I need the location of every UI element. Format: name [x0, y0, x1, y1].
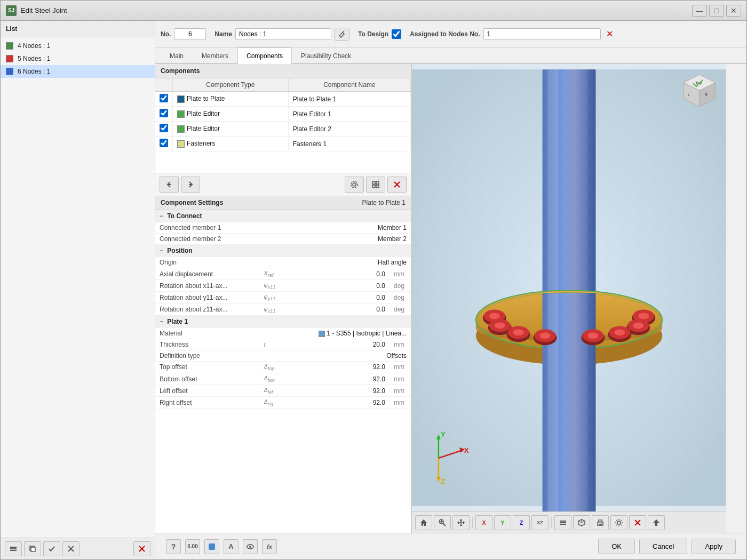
ok-button[interactable]: OK	[598, 539, 635, 554]
copy-item-button[interactable]	[24, 541, 41, 556]
comp-check-2[interactable]	[160, 109, 168, 117]
home-view-button[interactable]	[415, 515, 432, 530]
assigned-input[interactable]	[483, 28, 601, 40]
setting-sym: Δrig	[260, 397, 288, 409]
bottom-bar: ? 0.00 A fx OK Cancel Apply	[155, 533, 746, 559]
group-toggle-to-connect[interactable]: −	[160, 212, 163, 220]
tab-members[interactable]: Members	[193, 47, 237, 64]
svg-point-36	[638, 313, 649, 319]
setting-key: Rotation about x11-ax...	[155, 280, 260, 292]
assigned-field-group: Assigned to Nodes No. ✕	[410, 28, 613, 40]
settings-table: − To Connect Connected member 1 Member 1	[155, 210, 411, 409]
apply-button[interactable]: Apply	[692, 539, 736, 554]
zoom-to-selection-button[interactable]	[434, 515, 451, 530]
maximize-button[interactable]: □	[709, 5, 724, 17]
color-icon-button[interactable]	[204, 539, 219, 554]
close-view-button[interactable]	[629, 515, 646, 530]
assigned-label: Assigned to Nodes No.	[410, 30, 480, 38]
setting-key: Left offset	[155, 385, 260, 397]
y-axis-button[interactable]: Y	[494, 515, 511, 530]
setting-unit: deg	[390, 292, 411, 303]
tab-plausibility[interactable]: Plausibility Check	[292, 47, 360, 64]
visibility-button[interactable]	[243, 539, 258, 554]
comp-move-right-button[interactable]	[181, 177, 200, 193]
setting-val: 1 - S355 | Isotropic | Linea...	[287, 327, 411, 339]
help-icon-button[interactable]: ?	[166, 539, 181, 554]
comp-check-4[interactable]	[160, 139, 168, 147]
svg-point-13	[351, 181, 357, 188]
tab-main[interactable]: Main	[161, 47, 193, 64]
to-design-checkbox[interactable]	[392, 29, 401, 39]
print-button[interactable]	[592, 515, 609, 530]
no-input[interactable]	[174, 28, 206, 40]
cube-mode-button[interactable]	[573, 515, 590, 530]
nav-cube[interactable]: Top R L	[678, 69, 721, 112]
setting-sym	[260, 222, 288, 234]
no-field-group: No.	[161, 28, 206, 40]
list-item[interactable]: 4 Nodes : 1	[1, 39, 155, 52]
minimize-button[interactable]: ―	[692, 5, 707, 17]
assigned-clear-button[interactable]: ✕	[606, 29, 613, 39]
text-settings-button[interactable]: A	[224, 539, 239, 554]
list-item-label-1: 4 Nodes : 1	[18, 42, 50, 50]
group-toggle-plate1[interactable]: −	[160, 318, 163, 325]
z-axis-button[interactable]: Z	[513, 515, 530, 530]
units-icon-button[interactable]: 0.00	[185, 539, 200, 554]
view-toolbar: X Y Z XZ	[412, 511, 726, 533]
settings-panel: Component Settings Plate to Plate 1 − To…	[155, 196, 411, 533]
setting-key: Bottom offset	[155, 373, 260, 385]
comp-name-1: Plate to Plate 1	[288, 92, 410, 107]
app-icon: SJ	[6, 5, 17, 16]
formula-button[interactable]: fx	[262, 539, 277, 554]
delete-list-item-button[interactable]	[133, 541, 150, 556]
comp-check-1[interactable]	[160, 94, 168, 102]
comp-check-3[interactable]	[160, 124, 168, 132]
table-row: Plate Editor Plate Editor 1	[155, 107, 411, 122]
setting-sym: Δlef	[260, 385, 288, 397]
svg-point-33	[489, 313, 500, 319]
name-edit-button[interactable]	[335, 28, 349, 41]
svg-rect-22	[548, 69, 559, 293]
comp-delete-button[interactable]	[387, 177, 407, 193]
list-item[interactable]: 5 Nodes : 1	[1, 52, 155, 65]
setting-sym	[260, 327, 288, 339]
layers-button[interactable]	[554, 515, 571, 530]
comp-edit2-button[interactable]	[366, 177, 385, 193]
svg-text:L: L	[688, 93, 690, 97]
uncheck-item-button[interactable]	[62, 541, 80, 556]
comp-move-left-button[interactable]	[160, 177, 179, 193]
table-row: Top offset Δtop 92.0 mm	[155, 361, 411, 373]
x-axis-button[interactable]: X	[475, 515, 492, 530]
xz-axis-button[interactable]: XZ	[531, 515, 549, 530]
header-row: No. Name To Design Assigned to Nodes No.	[155, 21, 746, 47]
setting-unit: mm	[390, 373, 411, 385]
left-content: Components Component Type Component Name	[155, 64, 411, 533]
export-view-button[interactable]	[648, 515, 665, 530]
add-item-button[interactable]	[5, 541, 22, 556]
setting-unit: mm	[390, 385, 411, 397]
col-type-header: Component Type	[173, 78, 289, 92]
svg-rect-14	[372, 181, 375, 184]
render-settings-button[interactable]	[610, 515, 627, 530]
view-sep-1	[472, 517, 473, 528]
3d-canvas[interactable]: Y X Z	[412, 64, 726, 511]
col-check	[155, 78, 173, 92]
comp-edit1-button[interactable]	[345, 177, 364, 193]
list-item-selected[interactable]: 6 Nodes : 1	[1, 65, 155, 78]
setting-val: 92.0	[287, 373, 390, 385]
pan-button[interactable]	[452, 515, 470, 530]
name-input[interactable]	[235, 28, 331, 40]
check-item-button[interactable]	[43, 541, 60, 556]
group-toggle-position[interactable]: −	[160, 247, 163, 254]
close-button[interactable]: ✕	[726, 5, 741, 17]
list-item-label-2: 5 Nodes : 1	[18, 55, 50, 62]
svg-rect-29	[548, 293, 559, 511]
cancel-button[interactable]: Cancel	[639, 539, 687, 554]
svg-rect-17	[376, 185, 379, 188]
tab-components[interactable]: Components	[237, 47, 292, 64]
setting-key: Origin	[155, 257, 260, 268]
title-bar-left: SJ Edit Steel Joint	[6, 5, 67, 16]
group-row-position: − Position	[155, 245, 411, 257]
setting-val: 92.0	[287, 397, 390, 409]
setting-unit: mm	[390, 268, 411, 280]
